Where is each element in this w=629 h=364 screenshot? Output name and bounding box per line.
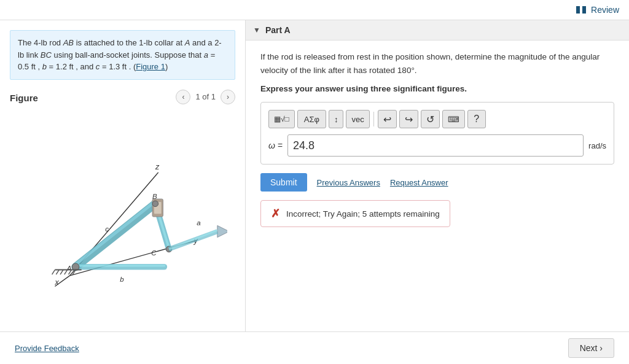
problem-text: The 4-lb rod AB is attached to the 1-lb … (10, 30, 235, 80)
feedback-label: Provide Feedback (15, 344, 79, 353)
input-row: ω = rad/s (268, 134, 606, 157)
error-box: ✗ Incorrect; Try Again; 5 attempts remai… (260, 200, 450, 227)
svg-text:z: z (154, 163, 159, 171)
matrix-sqrt-btn[interactable]: ▦√□ (268, 110, 295, 128)
unit-label: rad/s (588, 141, 606, 150)
right-panel: ▼ Part A If the rod is released from res… (246, 20, 629, 331)
figure-svg: x y z A B C a b c (18, 140, 227, 293)
figure-next-btn[interactable]: › (221, 90, 235, 104)
figure-link[interactable]: Figure 1 (136, 62, 165, 71)
express-text: Express your answer using three signific… (260, 84, 614, 93)
request-answer-label: Request Answer (390, 178, 448, 187)
svg-point-23 (152, 201, 158, 207)
vec-label: vec (351, 115, 364, 124)
figure-header: Figure ‹ 1 of 1 › (10, 90, 235, 104)
bottom-bar: Provide Feedback Next › (0, 331, 629, 364)
omega-label: ω = (268, 141, 283, 150)
next-label: Next › (580, 343, 603, 353)
review-icon (576, 6, 586, 14)
error-icon: ✗ (271, 207, 280, 220)
redo-btn[interactable]: ↪ (399, 110, 418, 128)
toolbar-divider-1 (373, 112, 374, 126)
svg-line-27 (56, 269, 59, 274)
help-label: ? (474, 114, 479, 125)
svg-line-28 (60, 269, 63, 274)
review-link[interactable]: Review (576, 5, 619, 15)
reset-btn[interactable]: ↺ (421, 110, 440, 128)
toolbar: ▦√□ AΣφ ↕ vec ↩ ↪ ↺ (268, 110, 606, 128)
part-toggle[interactable]: ▼ (253, 26, 260, 34)
redo-icon: ↪ (405, 114, 413, 125)
arrows-icon: ↕ (334, 115, 338, 124)
keyboard-btn[interactable]: ⌨ (442, 110, 465, 128)
figure-nav: ‹ 1 of 1 › (176, 90, 235, 104)
arrows-btn[interactable]: ↕ (329, 110, 344, 128)
part-header: ▼ Part A (246, 20, 629, 41)
next-button[interactable]: Next › (568, 338, 614, 358)
submit-label: Submit (270, 177, 297, 187)
top-bar: Review (0, 0, 629, 20)
svg-marker-32 (217, 225, 227, 237)
figure-prev-btn[interactable]: ‹ (176, 90, 190, 104)
problem-text-content: The 4-lb rod AB is attached to the 1-lb … (18, 38, 222, 71)
figure-area: x y z A B C a b c (10, 112, 235, 322)
svg-line-34 (169, 230, 217, 249)
actions-row: Submit Previous Answers Request Answer (260, 173, 614, 192)
figure-label: Figure (10, 93, 38, 103)
svg-rect-1 (582, 6, 586, 14)
symbols-label: AΣφ (304, 115, 319, 124)
review-label: Review (591, 5, 619, 15)
undo-icon: ↩ (383, 114, 391, 125)
main-content: The 4-lb rod AB is attached to the 1-lb … (0, 20, 629, 331)
undo-btn[interactable]: ↩ (378, 110, 397, 128)
vec-btn[interactable]: vec (346, 110, 369, 128)
figure-count: 1 of 1 (195, 92, 216, 101)
help-btn[interactable]: ? (467, 110, 486, 128)
svg-text:c: c (105, 225, 109, 233)
svg-line-14 (76, 204, 155, 267)
submit-button[interactable]: Submit (260, 173, 307, 192)
feedback-link[interactable]: Provide Feedback (15, 344, 79, 353)
keyboard-icon: ⌨ (448, 115, 459, 124)
reset-icon: ↺ (426, 114, 434, 125)
svg-text:b: b (120, 276, 124, 283)
left-panel: The 4-lb rod AB is attached to the 1-lb … (0, 20, 246, 331)
svg-rect-0 (576, 6, 580, 14)
svg-line-26 (52, 269, 55, 274)
request-answer-link[interactable]: Request Answer (390, 178, 448, 187)
matrix-sqrt-icon: ▦√□ (274, 115, 289, 123)
symbols-btn[interactable]: AΣφ (297, 110, 326, 128)
question-text: If the rod is released from rest in the … (260, 50, 614, 77)
svg-text:C: C (151, 249, 157, 256)
previous-answers-label: Previous Answers (317, 178, 380, 187)
part-title: Part A (265, 25, 291, 35)
answer-box: ▦√□ AΣφ ↕ vec ↩ ↪ ↺ (260, 102, 614, 165)
svg-text:a: a (197, 219, 201, 227)
error-message: Incorrect; Try Again; 5 attempts remaini… (286, 209, 440, 219)
previous-answers-link[interactable]: Previous Answers (317, 178, 380, 187)
answer-input[interactable] (287, 134, 584, 157)
